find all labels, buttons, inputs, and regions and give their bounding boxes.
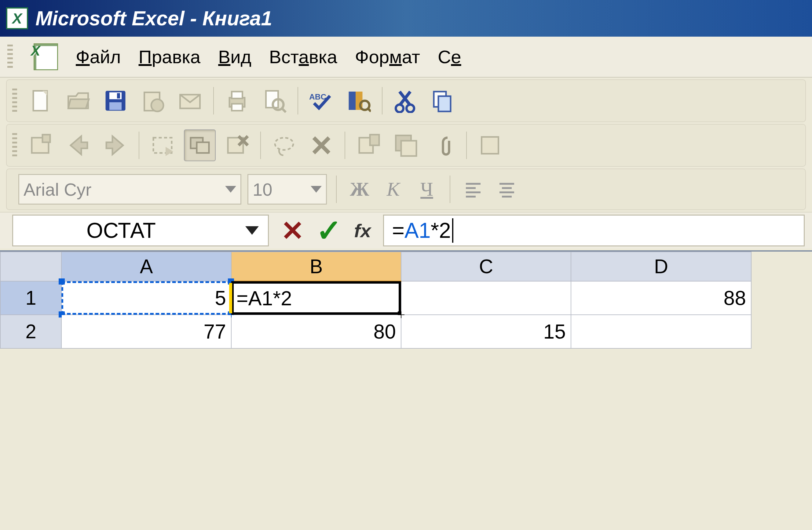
- attach-icon[interactable]: [427, 130, 459, 161]
- cell-A2[interactable]: 77: [61, 315, 231, 348]
- formula-text-eq: =: [392, 218, 405, 243]
- svg-point-23: [407, 105, 414, 112]
- toolbar-separator: [450, 176, 450, 203]
- cell-D2[interactable]: [571, 315, 751, 348]
- cell-B1[interactable]: =A1*2: [231, 281, 401, 315]
- research-icon[interactable]: [343, 85, 375, 117]
- svg-rect-33: [197, 142, 209, 153]
- dropdown-caret-icon: [245, 226, 259, 235]
- copy-sheet-icon[interactable]: [352, 130, 384, 161]
- cell-A1[interactable]: 5: [61, 281, 231, 315]
- column-header-A[interactable]: A: [61, 252, 231, 281]
- worksheet-grid: A B C D 1 5 =A1*2 88 2 77 80 15: [0, 250, 812, 349]
- window-title: Microsoft Excel - Книга1: [35, 7, 272, 30]
- toolbar-grip[interactable]: [7, 45, 13, 69]
- menu-file[interactable]: Файл: [76, 46, 121, 68]
- formula-input[interactable]: =A1*2: [383, 215, 805, 246]
- dropdown-caret-icon: [225, 186, 236, 193]
- name-box[interactable]: ОСТАТ: [12, 215, 269, 246]
- svg-rect-11: [232, 104, 243, 111]
- save-icon[interactable]: [100, 85, 131, 117]
- menu-view[interactable]: Вид: [218, 46, 251, 68]
- menu-edit[interactable]: Правка: [139, 46, 201, 68]
- cancel-formula-icon[interactable]: ✕: [281, 215, 304, 247]
- new-file-icon[interactable]: [25, 85, 57, 117]
- dropdown-caret-icon: [311, 186, 322, 193]
- svg-rect-5: [117, 93, 120, 99]
- arrow-left-icon[interactable]: [62, 130, 94, 161]
- cell-C1[interactable]: [401, 281, 571, 315]
- insert-function-icon[interactable]: fx: [354, 220, 371, 241]
- font-name-dropdown[interactable]: Arial Cyr: [18, 174, 241, 205]
- svg-rect-44: [482, 137, 498, 154]
- save-version-icon[interactable]: [390, 130, 422, 161]
- cell-D1[interactable]: 88: [571, 281, 751, 315]
- font-name-value: Arial Cyr: [24, 179, 91, 200]
- toolbar-separator: [298, 87, 298, 115]
- font-size-value: 10: [253, 179, 273, 200]
- enter-formula-icon[interactable]: ✓: [316, 213, 342, 249]
- cut-icon[interactable]: [390, 85, 422, 117]
- align-left-icon[interactable]: [460, 176, 487, 203]
- menu-tools[interactable]: Се: [438, 46, 461, 68]
- column-header-D[interactable]: D: [571, 252, 751, 281]
- svg-rect-41: [370, 135, 379, 145]
- formatting-toolbar: Arial Cyr 10 Ж К Ч: [6, 168, 806, 210]
- email-icon[interactable]: [174, 85, 206, 117]
- svg-point-7: [151, 99, 163, 112]
- align-center-icon[interactable]: [493, 176, 521, 203]
- underline-button[interactable]: Ч: [413, 176, 440, 203]
- delete-sheet-icon[interactable]: [221, 130, 253, 161]
- formula-text-ref: A1: [405, 218, 431, 243]
- svg-rect-43: [401, 141, 416, 156]
- dashed-region-icon[interactable]: [147, 130, 178, 161]
- svg-rect-16: [349, 92, 356, 110]
- lasso-icon[interactable]: [268, 130, 300, 161]
- delete-icon[interactable]: [305, 130, 337, 161]
- open-file-icon[interactable]: [62, 85, 94, 117]
- menu-bar: Файл Правка Вид Вставка Формат Се: [0, 36, 812, 77]
- insert-sheet-icon[interactable]: [25, 130, 57, 161]
- grid-table: A B C D 1 5 =A1*2 88 2 77 80 15: [0, 252, 752, 349]
- formula-bar: ОСТАТ ✕ ✓ fx =A1*2: [0, 212, 812, 249]
- font-size-dropdown[interactable]: 10: [247, 174, 327, 205]
- print-preview-icon[interactable]: [259, 85, 290, 117]
- toolbar-separator: [382, 87, 382, 115]
- toolbar-separator: [336, 176, 337, 203]
- cell-value: =A1*2: [236, 287, 292, 310]
- workbook-icon[interactable]: [33, 43, 58, 70]
- copy-icon[interactable]: [427, 85, 459, 117]
- svg-marker-29: [106, 136, 123, 154]
- generic-icon[interactable]: [474, 130, 506, 161]
- svg-point-37: [275, 138, 293, 150]
- spellcheck-icon[interactable]: ABC: [305, 85, 337, 117]
- formula-text-tail: *2: [431, 218, 451, 243]
- row-header-2[interactable]: 2: [0, 315, 61, 348]
- cell-C2[interactable]: 15: [401, 315, 571, 348]
- row-header-1[interactable]: 1: [0, 281, 61, 315]
- toolbar-grip[interactable]: [12, 133, 17, 158]
- permission-icon[interactable]: [137, 85, 169, 117]
- toolbar-separator: [345, 132, 345, 159]
- svg-text:ABC: ABC: [309, 92, 327, 101]
- toolbar-separator: [213, 87, 214, 115]
- svg-rect-0: [33, 91, 47, 111]
- column-header-B[interactable]: B: [231, 252, 401, 281]
- arrow-right-icon[interactable]: [100, 130, 131, 161]
- svg-line-19: [368, 108, 371, 112]
- column-header-C[interactable]: C: [401, 252, 571, 281]
- menu-insert[interactable]: Вставка: [269, 46, 337, 68]
- copy-range-icon[interactable]: [184, 130, 216, 161]
- bold-button[interactable]: Ж: [346, 176, 373, 203]
- cell-B2[interactable]: 80: [231, 315, 401, 348]
- toolbar-separator: [260, 132, 261, 159]
- italic-button[interactable]: К: [379, 176, 407, 203]
- svg-point-22: [396, 105, 404, 112]
- svg-rect-25: [438, 96, 451, 112]
- svg-marker-28: [71, 136, 87, 154]
- print-icon[interactable]: [221, 85, 253, 117]
- toolbar-grip[interactable]: [12, 89, 17, 113]
- menu-format[interactable]: Формат: [355, 46, 420, 68]
- select-all-corner[interactable]: [0, 252, 61, 281]
- marquee-handle[interactable]: [59, 278, 65, 284]
